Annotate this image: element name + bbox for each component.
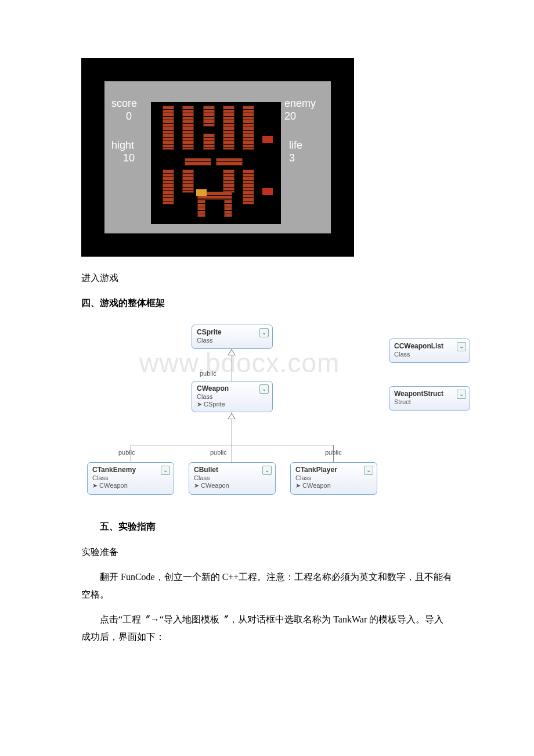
class-ccweaponlist: CCWeaponList Class ⌄: [389, 339, 470, 363]
class-type: Class: [92, 474, 169, 481]
arrow-icon: ➤: [295, 482, 302, 489]
hud-enemy-label: enemy: [284, 98, 316, 109]
playfield: [151, 102, 281, 224]
hud-enemy-value: 20: [284, 110, 319, 123]
class-name: CBullet: [194, 466, 270, 474]
watermark-text: www.bdocx.com: [139, 347, 340, 379]
enemy-tank-icon: [262, 188, 273, 195]
expand-icon[interactable]: ⌄: [262, 466, 272, 475]
player-tank-icon: [196, 189, 207, 196]
class-cbullet: CBullet Class ➤ CWeapon ⌄: [189, 462, 276, 495]
struct-weaponstruct: WeapontStruct Struct ⌄: [389, 386, 470, 411]
class-type: Class: [194, 474, 270, 481]
class-type: Struct: [394, 398, 465, 405]
hud-hight: hight 10: [111, 139, 146, 164]
caption-enter-game: 进入游戏: [81, 269, 453, 287]
hud-life: life 3: [289, 139, 318, 164]
section-4-title: 四、游戏的整体框架: [81, 297, 453, 309]
hud-hight-label: hight: [111, 139, 134, 151]
game-screenshot: score 0 hight 10 enemy 20 life 3: [81, 58, 354, 257]
hud-life-label: life: [289, 139, 302, 151]
para-open-funcode: 翻开 FunCode，创立一个新的 C++工程。注意：工程名称必须为英文和数字，…: [81, 568, 453, 604]
class-name: WeapontStruct: [394, 390, 465, 398]
class-type: Class: [394, 351, 465, 358]
expand-icon[interactable]: ⌄: [161, 466, 170, 475]
enemy-tank-icon: [262, 136, 273, 143]
class-inherits: CSprite: [204, 401, 225, 408]
class-name: CTankPlayer: [295, 466, 372, 474]
arrow-icon: ➤: [92, 482, 99, 489]
para-import-template: 点击“工程〞→“导入地图模板〞，从对话框中选取名称为 TankWar 的模板导入…: [81, 611, 453, 646]
class-inherits: CWeapon: [99, 482, 128, 489]
class-ctankplayer: CTankPlayer Class ➤ CWeapon ⌄: [290, 462, 377, 495]
class-inherits: CWeapon: [302, 482, 331, 489]
inherit-label: public: [325, 449, 342, 456]
hud-score: score 0: [111, 98, 146, 123]
inherit-label: public: [118, 449, 135, 456]
hud-score-value: 0: [111, 110, 146, 123]
expand-icon[interactable]: ⌄: [457, 342, 466, 351]
arrow-icon: ➤: [194, 482, 201, 489]
class-ctankenemy: CTankEnemy Class ➤ CWeapon ⌄: [87, 462, 174, 495]
hud-score-label: score: [111, 98, 137, 109]
class-type: Class: [295, 474, 372, 481]
inherit-label: public: [210, 449, 227, 456]
class-csprite: CSprite Class ⌄: [192, 325, 273, 349]
class-inherits: CWeapon: [201, 482, 229, 489]
class-cweapon: CWeapon Class ➤ CSprite ⌄: [192, 381, 273, 412]
expand-icon[interactable]: ⌄: [364, 466, 373, 475]
class-diagram: www.bdocx.com CSprite Class ⌄ CCWeaponLi…: [81, 321, 453, 507]
section-5-title: 五、实验指南: [81, 521, 453, 533]
class-name: CCWeaponList: [394, 342, 465, 350]
class-name: CTankEnemy: [92, 466, 169, 474]
hud-hight-value: 10: [111, 152, 146, 165]
class-type: Class: [197, 337, 268, 344]
hud-enemy: enemy 20: [284, 98, 319, 123]
arrow-icon: ➤: [197, 401, 204, 408]
class-name: CSprite: [197, 328, 268, 336]
game-window: score 0 hight 10 enemy 20 life 3: [104, 81, 331, 233]
inherit-label: public: [200, 370, 217, 377]
expand-icon[interactable]: ⌄: [259, 328, 269, 337]
class-type: Class: [197, 393, 268, 400]
class-name: CWeapon: [197, 384, 268, 393]
para-prep: 实验准备: [81, 543, 453, 561]
expand-icon[interactable]: ⌄: [457, 390, 466, 399]
hud-life-value: 3: [289, 152, 318, 165]
expand-icon[interactable]: ⌄: [259, 384, 269, 394]
